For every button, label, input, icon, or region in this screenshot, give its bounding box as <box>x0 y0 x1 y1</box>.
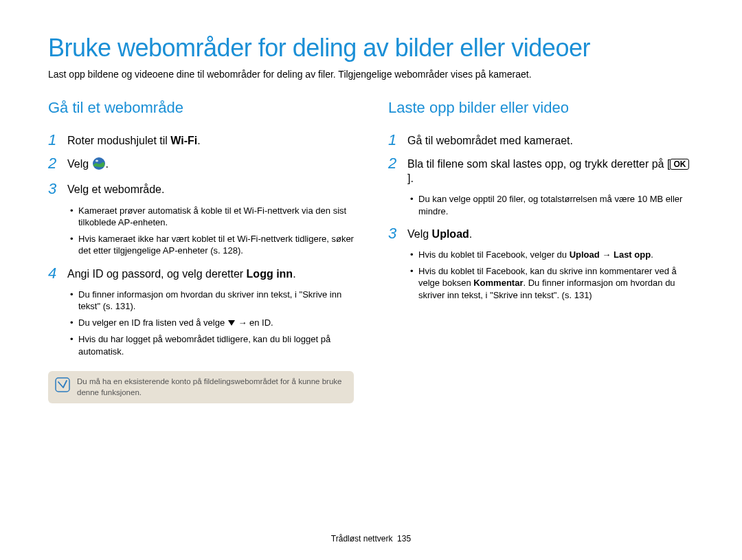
bullet-item: Du kan velge opptil 20 filer, og totalst… <box>412 193 694 217</box>
step-text: Roter modushjulet til <box>67 135 170 146</box>
down-triangle-icon <box>227 317 236 330</box>
bullet-text: → <box>600 249 614 260</box>
step-number: 1 <box>388 132 407 148</box>
bullet-item: Kameraet prøver automatisk å koble til e… <box>71 205 354 229</box>
bullet-item: Hvis du har logget på webområdet tidlige… <box>71 333 354 357</box>
step-number: 4 <box>48 265 67 282</box>
upload-bold: Upload <box>570 249 600 260</box>
step-text: . <box>197 135 200 146</box>
last-opp-bold: Last opp <box>614 249 651 260</box>
left-step-2: 2 Velg . <box>48 155 354 175</box>
note-icon <box>55 377 70 395</box>
step-text: Velg <box>67 158 92 170</box>
bullet-text: Hvis du koblet til Facebook, velger du <box>418 249 570 260</box>
step-number: 3 <box>388 225 407 242</box>
kommentar-bold: Kommentar <box>473 278 523 288</box>
note-box: Du må ha en eksisterende konto på fildel… <box>48 371 354 403</box>
right-step-3: 3 Velg Upload. <box>388 225 694 242</box>
left-step-4: 4 Angi ID og passord, og velg deretter L… <box>48 265 354 282</box>
bullet-text: → en ID. <box>236 317 273 328</box>
step-number: 2 <box>48 155 67 172</box>
step-text: Velg <box>407 228 432 240</box>
login-label: Logg inn <box>247 268 293 280</box>
step-number: 1 <box>48 132 67 148</box>
bullet-item: Du velger en ID fra listen ved å velge →… <box>71 317 354 329</box>
upload-label: Upload <box>432 228 469 240</box>
step-text: ]. <box>407 172 414 184</box>
svg-point-1 <box>95 159 98 161</box>
page-footer: Trådløst nettverk 135 <box>0 534 742 544</box>
right-heading: Laste opp bilder eller video <box>388 99 694 117</box>
bullet-item: Du finner informasjon om hvordan du skri… <box>71 289 354 313</box>
svg-marker-2 <box>228 320 235 326</box>
step3-bullets: Kameraet prøver automatisk å koble til e… <box>48 205 354 257</box>
page-title: Bruke webområder for deling av bilder el… <box>48 34 694 62</box>
right-step-2: 2 Bla til filene som skal lastes opp, og… <box>388 155 694 186</box>
bullet-item: Hvis kameraet ikke har vært koblet til e… <box>71 233 354 257</box>
left-step-1: 1 Roter modushjulet til Wi-Fi. <box>48 132 354 148</box>
wifi-label: Wi-Fi <box>170 135 197 146</box>
right-column: Laste opp bilder eller video 1 Gå til we… <box>388 99 694 404</box>
intro-text: Last opp bildene og videoene dine til we… <box>48 69 694 80</box>
bullet-item: Hvis du koblet til Facebook, velger du U… <box>412 249 694 261</box>
footer-page-number: 135 <box>397 534 411 544</box>
step-text: Bla til filene som skal lastes opp, og t… <box>407 158 670 170</box>
step-text: Gå til webområdet med kameraet. <box>407 132 573 148</box>
left-column: Gå til et webområde 1 Roter modushjulet … <box>48 99 354 404</box>
svg-rect-3 <box>56 378 69 392</box>
footer-section: Trådløst nettverk <box>331 534 393 544</box>
step-text: . <box>469 228 472 240</box>
step-text: Velg et webområde. <box>67 181 164 197</box>
step4-bullets: Du finner informasjon om hvordan du skri… <box>48 289 354 358</box>
left-heading: Gå til et webområde <box>48 99 354 117</box>
note-text: Du må ha en eksisterende konto på fildel… <box>77 377 346 398</box>
bullet-text: . <box>651 249 653 260</box>
step2-bullets: Du kan velge opptil 20 filer, og totalst… <box>388 193 694 217</box>
bullet-item: Hvis du koblet til Facebook, kan du skri… <box>412 265 694 302</box>
bullet-text: Du velger en ID fra listen ved å velge <box>78 317 227 328</box>
right-step-1: 1 Gå til webområdet med kameraet. <box>388 132 694 148</box>
globe-icon <box>92 157 106 175</box>
left-step-3: 3 Velg et webområde. <box>48 181 354 197</box>
step-text: . <box>106 158 109 170</box>
step3-bullets-right: Hvis du koblet til Facebook, velger du U… <box>388 249 694 301</box>
step-number: 2 <box>388 155 407 172</box>
ok-button-label: OK <box>670 159 689 170</box>
step-number: 3 <box>48 181 67 197</box>
step-text: Angi ID og passord, og velg deretter <box>67 268 247 280</box>
step-text: . <box>293 268 295 280</box>
